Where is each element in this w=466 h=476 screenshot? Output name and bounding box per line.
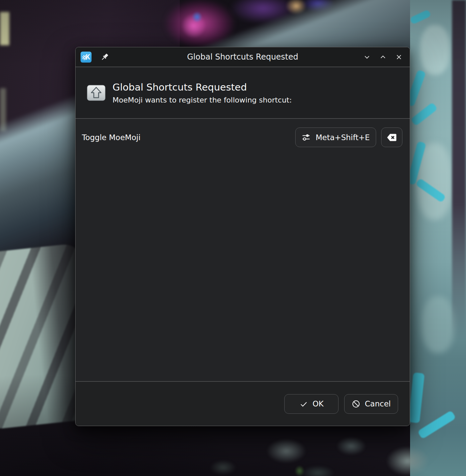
chevron-down-icon: [362, 53, 371, 62]
shortcut-button[interactable]: Meta+Shift+E: [295, 127, 376, 147]
background-neon-glow: [192, 11, 202, 23]
background-lit-window: [0, 12, 9, 45]
titlebar[interactable]: Global Shortcuts Requested: [76, 47, 410, 67]
dialog-content: Toggle MoeMoji Meta+Shift+E: [76, 119, 410, 381]
cancel-button-label: Cancel: [365, 399, 391, 408]
background-stone: [266, 439, 306, 463]
background-wall-patch: [421, 296, 455, 353]
close-icon: [394, 53, 403, 62]
check-icon: [299, 399, 308, 408]
pin-icon: [100, 53, 109, 62]
shortcut-action-label: Toggle MoeMoji: [82, 133, 140, 142]
sliders-icon: [302, 133, 311, 141]
background-graffiti-stroke: [410, 102, 438, 126]
cancel-button[interactable]: Cancel: [344, 394, 398, 414]
global-shortcuts-dialog: Global Shortcuts Requested: [75, 47, 410, 426]
minimize-button[interactable]: [361, 51, 373, 63]
pin-button[interactable]: [99, 52, 110, 62]
close-button[interactable]: [393, 51, 405, 63]
dialog-header: Global Shortcuts Requested MoeMoji wants…: [76, 67, 410, 119]
backspace-icon: [385, 132, 398, 143]
background-graffiti-stroke: [417, 410, 456, 439]
window-controls: [361, 51, 405, 63]
shift-key-icon: [87, 85, 106, 101]
background-stone: [301, 465, 335, 476]
ok-button-label: OK: [313, 399, 324, 408]
maximize-button[interactable]: [377, 51, 389, 63]
chevron-up-icon: [378, 53, 387, 62]
ok-button[interactable]: OK: [284, 394, 339, 414]
background-graffiti-stroke: [408, 372, 424, 423]
dialog-footer: OK Cancel: [76, 381, 410, 426]
background-stone: [210, 460, 236, 475]
shortcut-row: Toggle MoeMoji Meta+Shift+E: [82, 127, 402, 147]
background-plant: [295, 465, 305, 476]
background-wall-edge: [452, 0, 466, 340]
header-subtitle: MoeMoji wants to register the following …: [113, 96, 292, 104]
window-title: Global Shortcuts Requested: [76, 52, 410, 62]
cancel-icon: [351, 399, 360, 408]
clear-shortcut-button[interactable]: [381, 127, 402, 147]
background-graffiti-stroke: [409, 9, 431, 25]
background-graffiti-wall: [410, 0, 466, 476]
shortcut-button-label: Meta+Shift+E: [316, 133, 369, 142]
header-text: Global Shortcuts Requested MoeMoji wants…: [113, 81, 292, 104]
background-stone: [386, 446, 429, 476]
kde-logo-icon: [81, 52, 92, 63]
header-title: Global Shortcuts Requested: [113, 81, 292, 93]
background-wall-patch: [420, 25, 450, 75]
background-stone: [336, 437, 366, 455]
